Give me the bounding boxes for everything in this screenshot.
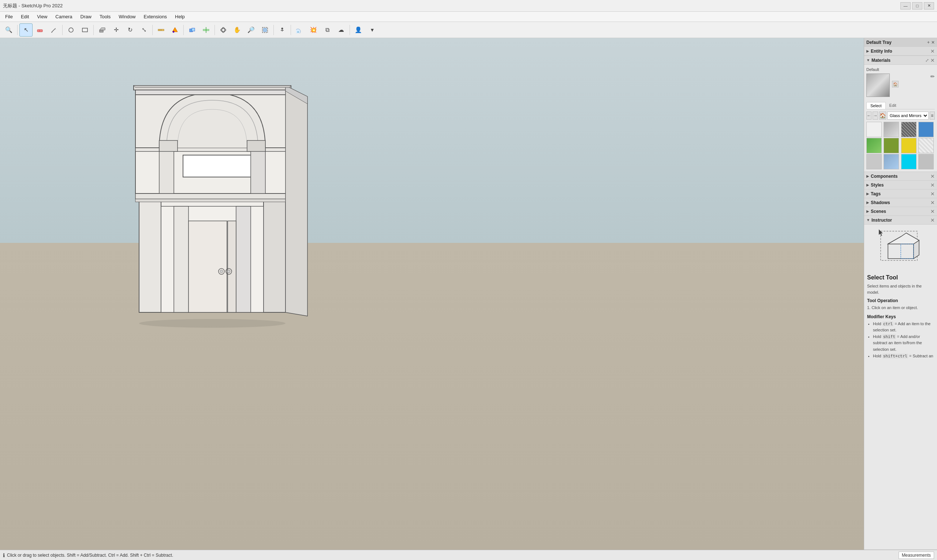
mat-back-button[interactable]: ← bbox=[866, 112, 871, 120]
swatch-4[interactable] bbox=[919, 122, 934, 137]
swatch-1[interactable] bbox=[866, 122, 882, 137]
swatch-2[interactable] bbox=[883, 122, 899, 137]
default-tray-header[interactable]: Default Tray + ✕ bbox=[864, 38, 937, 47]
maximize-button[interactable]: □ bbox=[912, 2, 922, 9]
swatch-8[interactable] bbox=[919, 138, 934, 153]
3d-model bbox=[102, 67, 322, 323]
menu-help[interactable]: Help bbox=[171, 13, 188, 20]
zoom-extents-button[interactable] bbox=[258, 23, 271, 37]
materials-close-icon[interactable]: ✕ bbox=[931, 57, 935, 63]
instructor-close[interactable]: ✕ bbox=[931, 217, 935, 223]
components-arrow: ▶ bbox=[866, 174, 869, 178]
user-dropdown-button[interactable]: ▾ bbox=[366, 23, 379, 37]
svg-rect-31 bbox=[264, 195, 285, 312]
toolbar-separator-2 bbox=[62, 25, 63, 35]
swatch-6[interactable] bbox=[883, 138, 899, 153]
move-tool-button[interactable]: ✛ bbox=[109, 23, 123, 37]
mat-home-button[interactable]: 🏠 bbox=[879, 112, 886, 120]
tray-close-icon[interactable]: ✕ bbox=[931, 40, 935, 45]
rotate-tool-button[interactable]: ↻ bbox=[123, 23, 137, 37]
tray-add-icon[interactable]: + bbox=[927, 40, 930, 45]
push-pull-button[interactable] bbox=[96, 23, 109, 37]
menu-window[interactable]: Window bbox=[115, 13, 139, 20]
instructor-illustration bbox=[877, 228, 925, 271]
menu-view[interactable]: View bbox=[33, 13, 51, 20]
menu-file[interactable]: File bbox=[2, 13, 17, 20]
material-edit-icon[interactable]: ✏ bbox=[931, 74, 935, 79]
styles-header[interactable]: ▶ Styles ✕ bbox=[864, 181, 937, 189]
search-tool-button[interactable]: 🔍 bbox=[2, 23, 15, 37]
swatch-5[interactable] bbox=[866, 138, 882, 153]
tags-close[interactable]: ✕ bbox=[931, 191, 935, 197]
scenes-header[interactable]: ▶ Scenes ✕ bbox=[864, 207, 937, 216]
materials-content: Default ✏ 🏠 bbox=[864, 65, 937, 172]
instructor-modifier-title: Modifier Keys bbox=[867, 314, 934, 319]
svg-marker-54 bbox=[285, 86, 307, 316]
orbit-button[interactable] bbox=[217, 23, 230, 37]
zoom-button[interactable]: 🔎 bbox=[245, 23, 258, 37]
swatch-3[interactable] bbox=[901, 122, 917, 137]
pan-button[interactable]: ✋ bbox=[231, 23, 244, 37]
section-plane-button[interactable] bbox=[199, 23, 213, 37]
rectangle-tool-button[interactable] bbox=[78, 23, 91, 37]
shadows-header[interactable]: ▶ Shadows ✕ bbox=[864, 198, 937, 207]
axes-button[interactable]: ⊕ bbox=[293, 23, 306, 37]
explode-button[interactable]: 💥 bbox=[307, 23, 320, 37]
tags-header[interactable]: ▶ Tags ✕ bbox=[864, 189, 937, 198]
svg-rect-16 bbox=[192, 28, 195, 31]
instructor-header[interactable]: ▼ Instructor ✕ bbox=[864, 216, 937, 225]
menu-tools[interactable]: Tools bbox=[96, 13, 114, 20]
swatch-9[interactable] bbox=[866, 154, 882, 169]
mat-house-icon[interactable]: 🏠 bbox=[892, 81, 898, 88]
instructor-section: ▼ Instructor ✕ bbox=[864, 216, 937, 550]
scenes-title: Scenes bbox=[871, 209, 931, 214]
tags-title: Tags bbox=[871, 191, 931, 197]
component-button[interactable] bbox=[186, 23, 199, 37]
viewport[interactable] bbox=[0, 38, 864, 550]
styles-close[interactable]: ✕ bbox=[931, 182, 935, 188]
menu-camera[interactable]: Camera bbox=[52, 13, 76, 20]
mat-forward-button[interactable]: → bbox=[872, 112, 878, 120]
eraser-tool-button[interactable] bbox=[33, 23, 46, 37]
shadow-button[interactable]: ☁ bbox=[334, 23, 348, 37]
select-tool-button[interactable]: ↖ bbox=[19, 23, 32, 37]
menu-draw[interactable]: Draw bbox=[77, 13, 95, 20]
toolbar-separator-8 bbox=[291, 25, 291, 35]
entity-info-close[interactable]: ✕ bbox=[931, 48, 935, 54]
tape-measure-button[interactable] bbox=[154, 23, 168, 37]
pencil-tool-button[interactable] bbox=[47, 23, 60, 37]
mat-details-button[interactable]: ≡ bbox=[930, 112, 935, 120]
shadows-title: Shadows bbox=[871, 200, 931, 205]
components-close[interactable]: ✕ bbox=[931, 173, 935, 179]
edit-tab[interactable]: Edit bbox=[886, 102, 900, 109]
svg-rect-0 bbox=[37, 30, 42, 32]
material-tool-button[interactable] bbox=[168, 23, 182, 37]
layers-button[interactable]: ⧉ bbox=[321, 23, 334, 37]
entity-info-header[interactable]: ▶ Entity Info ✕ bbox=[864, 47, 937, 55]
minimize-button[interactable]: — bbox=[900, 2, 911, 9]
swatch-10[interactable] bbox=[883, 154, 899, 169]
select-tab[interactable]: Select bbox=[866, 102, 886, 109]
swatch-7[interactable] bbox=[901, 138, 917, 153]
svg-point-23 bbox=[282, 28, 283, 29]
swatch-12[interactable] bbox=[919, 154, 934, 169]
menu-extensions[interactable]: Extensions bbox=[140, 13, 171, 20]
svg-marker-3 bbox=[55, 28, 56, 30]
shapes-tool-button[interactable] bbox=[65, 23, 78, 37]
scenes-close[interactable]: ✕ bbox=[931, 209, 935, 214]
close-button[interactable]: ✕ bbox=[924, 2, 934, 9]
materials-expand-icon[interactable]: ⤢ bbox=[925, 58, 929, 63]
components-header[interactable]: ▶ Components ✕ bbox=[864, 172, 937, 181]
user-button[interactable]: 👤 bbox=[352, 23, 365, 37]
walkthrough-button[interactable] bbox=[276, 23, 289, 37]
menu-edit[interactable]: Edit bbox=[17, 13, 32, 20]
scale-tool-button[interactable]: ⤡ bbox=[137, 23, 150, 37]
svg-text:⊕: ⊕ bbox=[297, 30, 299, 33]
svg-rect-36 bbox=[228, 221, 236, 312]
toolbar-separator-6 bbox=[214, 25, 215, 35]
materials-header[interactable]: ▼ Materials ⤢ ✕ bbox=[864, 56, 937, 65]
swatch-11[interactable] bbox=[901, 154, 917, 169]
entity-info-section: ▶ Entity Info ✕ bbox=[864, 47, 937, 56]
materials-category-select[interactable]: Glass and Mirrors bbox=[887, 112, 929, 120]
shadows-close[interactable]: ✕ bbox=[931, 200, 935, 206]
